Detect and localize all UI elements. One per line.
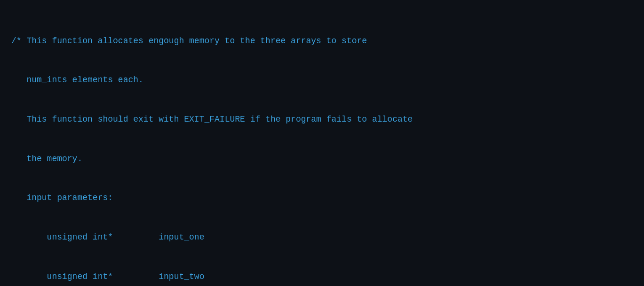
comment-line-1: /* This function allocates engough memor…	[11, 35, 633, 48]
comment-line-6: unsigned int* input_one	[11, 231, 633, 244]
code-block: /* This function allocates engough memor…	[11, 8, 633, 286]
comment-line-3: This function should exit with EXIT_FAIL…	[11, 113, 633, 126]
comment-line-7: unsigned int* input_two	[11, 271, 633, 284]
comment-line-4: the memory.	[11, 153, 633, 166]
comment-line-2: num_ints elements each.	[11, 74, 633, 87]
comment-line-5: input parameters:	[11, 192, 633, 205]
